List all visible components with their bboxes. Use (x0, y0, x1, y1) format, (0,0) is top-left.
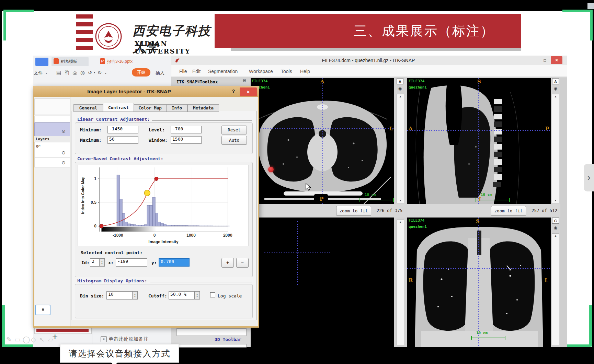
maximize-button[interactable]: □ (541, 57, 549, 64)
layer-row[interactable] (34, 98, 70, 115)
curve-control-point[interactable] (100, 224, 103, 228)
file-dropdown-icon[interactable]: ⌄ (45, 71, 48, 74)
bin-size-spinner[interactable]: ▲▼ (133, 291, 138, 300)
cp-y-field[interactable]: 0.700 (159, 258, 190, 267)
menu-file[interactable]: File (179, 69, 187, 74)
add-notes-hint[interactable]: 单击此处添加备注 (108, 336, 148, 342)
menu-workspace[interactable]: Workspace (249, 69, 273, 74)
redo-icon[interactable]: ↻ (98, 70, 102, 76)
tab-metadata[interactable]: Metadata (187, 104, 219, 112)
chart-ytick: 1 (88, 176, 96, 181)
coronal-view[interactable] (407, 218, 551, 347)
level-field[interactable]: -700 (171, 126, 202, 133)
toolbar-dropdown-icon[interactable]: ⌄ (104, 70, 107, 75)
menu-segmentation[interactable]: Segmentation (208, 69, 238, 74)
wps-tab-template[interactable]: 稻壳模板 (52, 57, 89, 66)
toolbox-bottom-field[interactable] (176, 328, 247, 336)
scroll-up-icon[interactable]: ▲ (552, 234, 559, 237)
window-field[interactable]: 1500 (171, 136, 202, 144)
maximum-field[interactable]: 50 (107, 136, 138, 144)
layer-row-selected[interactable]: ⊙ (34, 122, 70, 136)
detach-icon-2[interactable]: ⊕ (242, 78, 247, 83)
undo-icon[interactable]: ↺ (88, 70, 92, 76)
layer-options-icon[interactable]: ⊙ (61, 160, 66, 165)
layer-options-icon[interactable]: ⊙ (61, 150, 66, 155)
coronal-scale-text: 10 cm (476, 331, 488, 335)
ellipse-tool-icon[interactable]: ◯ (23, 336, 30, 343)
slide-thumbnail[interactable] (34, 328, 92, 334)
layer-row[interactable]: ⊙ (34, 158, 70, 167)
scroll-up-icon[interactable]: ▲ (397, 95, 404, 98)
menu-edit[interactable]: Edit (192, 69, 201, 74)
annotation-dot[interactable] (268, 167, 274, 172)
print-preview-icon[interactable]: ◎ (80, 70, 85, 76)
print-icon[interactable]: ⎙ (73, 70, 77, 76)
wps-file-menu[interactable]: 文件 (34, 70, 43, 76)
layer-row[interactable]: ge ⊙ (34, 142, 70, 158)
dialog-close-action-button[interactable]: e (35, 305, 50, 315)
cutoff-field[interactable]: 50.0 % (169, 291, 195, 300)
annotation-tool-icon[interactable]: A (397, 78, 403, 84)
axial-slice-scrollbar[interactable]: ▲ ▼ (397, 94, 404, 203)
screenshot-c-icon[interactable]: C (552, 218, 559, 224)
curve-control-point[interactable] (155, 177, 158, 181)
stamp-icon[interactable]: ⎗ (65, 70, 69, 76)
sagittal-zoom-to-fit-button[interactable]: zoom to fit (491, 206, 526, 216)
coronal-slice-scrollbar[interactable]: ▲ (552, 233, 559, 345)
add-control-point-button[interactable]: + (221, 258, 234, 268)
axial-zoom-to-fit-button[interactable]: zoom to fit (336, 206, 371, 216)
screenshot-camera-icon-3[interactable]: ◉ (552, 225, 559, 231)
sagittal-slice-scrollbar[interactable]: ▲ ▼ (552, 94, 559, 203)
panel-expand-chevron[interactable]: › (584, 164, 594, 191)
sagittal-view[interactable] (407, 78, 551, 204)
rectangle-tool-icon[interactable]: ▭ (14, 336, 21, 343)
detach-icon[interactable]: ⊕ (197, 79, 201, 84)
scroll-up-icon[interactable]: ▲ (397, 221, 404, 224)
minimum-field[interactable]: -1450 (107, 126, 138, 133)
empty-view-scrollbar[interactable]: ▲ (397, 220, 404, 345)
eraser-tool-icon[interactable]: ▱ (48, 336, 53, 343)
selected-control-point[interactable] (144, 190, 150, 196)
layer-options-icon[interactable]: ⊙ (61, 128, 66, 134)
id-field[interactable]: 2 (90, 258, 100, 267)
bin-size-field[interactable]: 10 (106, 291, 133, 300)
tab-general[interactable]: General (73, 104, 103, 112)
screenshot-camera-icon[interactable]: ◉ (397, 86, 403, 92)
cp-x-field[interactable]: -199 (116, 258, 147, 267)
menu-tools[interactable]: Tools (281, 69, 292, 74)
scroll-up-icon[interactable]: ▲ (552, 95, 559, 98)
undo-caret-icon[interactable]: ▾ (94, 71, 95, 74)
start-button[interactable]: 开始 (132, 68, 150, 77)
tab-info[interactable]: Info (166, 104, 187, 112)
save-icon[interactable]: ▤ (56, 70, 61, 76)
meeting-ui-fragment (587, 3, 594, 9)
layer-row[interactable] (34, 116, 70, 122)
wps-tab-document[interactable]: P 报告3-16.pptx (98, 57, 142, 66)
dialog-close-button[interactable]: × (240, 87, 257, 96)
auto-button[interactable]: Auto (221, 136, 247, 145)
shape-tool-icon[interactable]: ◇ (31, 336, 36, 343)
remove-control-point-button[interactable]: − (236, 258, 249, 268)
wps-tab-current[interactable] (35, 58, 48, 66)
annotation-tool-icon-2[interactable]: A (552, 78, 559, 84)
id-spinner[interactable]: ▲▼ (100, 258, 105, 267)
insert-button[interactable]: 插入 (156, 70, 164, 76)
minimize-button[interactable]: — (532, 57, 539, 64)
tab-color-map[interactable]: Color Map (134, 104, 166, 112)
screenshot-camera-icon-2[interactable]: ◉ (552, 86, 559, 92)
menu-help[interactable]: Help (300, 69, 310, 74)
cutoff-spinner[interactable]: ▲▼ (195, 291, 200, 300)
dialog-help-button[interactable]: ? (230, 88, 237, 95)
toolbox-bottom-field-2[interactable] (176, 344, 247, 348)
cursor-tool-icon[interactable]: ↖ (39, 336, 45, 343)
contrast-curve-chart[interactable]: Index Into Color Map Image Intensity -10… (78, 165, 249, 246)
reset-button[interactable]: Reset (221, 126, 247, 134)
log-scale-checkbox[interactable] (210, 292, 215, 297)
tab-contrast[interactable]: Contrast (103, 103, 134, 112)
close-button[interactable]: × (551, 56, 562, 64)
scroll-down-icon[interactable]: ▼ (552, 199, 559, 202)
pencil-icon[interactable]: ✎ (6, 336, 12, 343)
scroll-down-icon[interactable]: ▼ (397, 199, 404, 202)
meeting-audio-tooltip[interactable]: 请选择会议音频接入方式 (60, 344, 179, 363)
empty-view[interactable] (251, 218, 394, 347)
